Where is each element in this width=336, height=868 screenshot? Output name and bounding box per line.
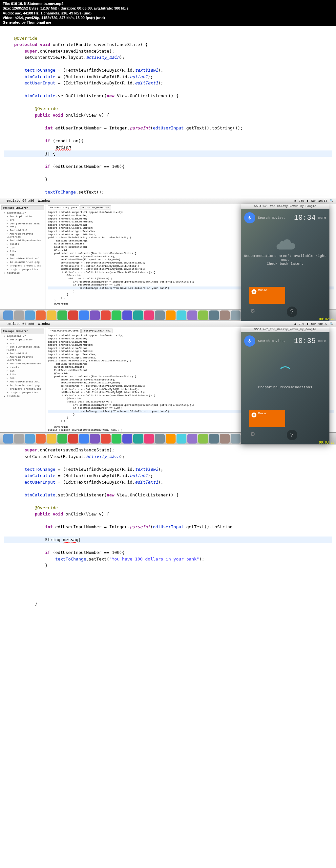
tree-item[interactable]: ▸ Android Private Libraries <box>1 355 44 362</box>
help-icon[interactable]: ? <box>287 307 297 317</box>
tab-activity-xml[interactable]: activity_main.xml <box>80 205 111 210</box>
search-icon[interactable]: 🔍 <box>330 199 333 203</box>
tree-item[interactable]: ▸ AndroidManifest.xml <box>1 380 44 383</box>
tree-item[interactable]: ▸ project.properties <box>1 268 44 271</box>
tree-item[interactable]: ▸ res <box>1 376 44 380</box>
tab-mainactivity[interactable]: *MainActivity.java <box>48 329 81 333</box>
help-icon[interactable]: ? <box>287 430 297 440</box>
tree-item[interactable]: ▸ ic_launcher-web.png <box>1 383 44 387</box>
dock-app-icon[interactable] <box>220 434 230 443</box>
dock-app-icon[interactable] <box>133 310 143 320</box>
dock-app-icon[interactable] <box>176 434 187 443</box>
dock-app-icon[interactable] <box>166 310 175 320</box>
music-card[interactable]: Music <box>249 410 285 427</box>
tree-item[interactable]: ▸ appcompat_v7 <box>1 211 44 215</box>
tree-item[interactable]: ▸ TestApplication <box>1 215 44 218</box>
tree-item[interactable]: ▸ Android Dependencies <box>1 362 44 365</box>
tree-item[interactable]: ▸ Android Dependencies <box>1 239 44 242</box>
dock-app-icon[interactable] <box>176 310 187 320</box>
dock-app-icon[interactable] <box>58 310 67 320</box>
tree-item[interactable]: ▸ Android 5.0 <box>1 228 44 232</box>
tree-item[interactable]: ▸ gen [Generated Java Files] <box>1 222 44 228</box>
tree-item[interactable]: ▸ ic_launcher-web.png <box>1 260 44 264</box>
tree-item[interactable]: ▸ proguard-project.txt <box>1 387 44 391</box>
dock-app-icon[interactable] <box>25 310 35 320</box>
music-card[interactable]: Music <box>249 287 285 304</box>
dock-app-icon[interactable] <box>209 434 219 443</box>
tab-mainactivity[interactable]: MainActivity.java <box>48 205 79 210</box>
dock-app-icon[interactable] <box>36 310 45 320</box>
wifi-icon[interactable]: ◉ <box>294 322 296 326</box>
dock-app-icon[interactable] <box>123 434 132 443</box>
dock-app-icon[interactable] <box>36 434 45 443</box>
dock-app-icon[interactable] <box>220 310 230 320</box>
wifi-icon[interactable]: ◉ <box>294 199 296 203</box>
dock-app-icon[interactable] <box>79 434 89 443</box>
tree-item[interactable]: ▸ testCalc <box>1 394 44 398</box>
dock-app-icon[interactable] <box>166 434 175 443</box>
dock-app-icon[interactable] <box>231 310 240 320</box>
tree-item[interactable]: ▸ libs <box>1 249 44 253</box>
dock-app-icon[interactable] <box>188 434 197 443</box>
dock-app-icon[interactable] <box>198 310 208 320</box>
tree-item[interactable]: ▸ proguard-project.txt <box>1 264 44 268</box>
dock-app-icon[interactable] <box>188 310 197 320</box>
dock-app-icon[interactable] <box>68 310 78 320</box>
tab-activity-xml[interactable]: activity_main.xml <box>81 329 113 333</box>
dock-app-icon[interactable] <box>209 310 219 320</box>
dock-app-icon[interactable] <box>144 434 154 443</box>
tree-item[interactable]: ▸ gen [Generated Java Files] <box>1 345 44 351</box>
search-hint[interactable]: Search movies, <box>258 216 291 220</box>
tree-item[interactable]: ▸ bin <box>1 369 44 373</box>
dock-app-icon[interactable] <box>68 434 78 443</box>
android-emulator[interactable]: 5554:AVD_for_Galaxy_Nexus_by_Google Sear… <box>241 204 330 321</box>
cursor-line-2[interactable]: String messag| <box>4 536 332 543</box>
dock-app-icon[interactable] <box>155 434 165 443</box>
dock-app-icon[interactable] <box>231 434 240 443</box>
gear-icon[interactable]: ⚙ <box>251 430 261 440</box>
dock-app-icon[interactable] <box>3 434 13 443</box>
tree-item[interactable]: ▸ src <box>1 341 44 345</box>
menu-window[interactable]: Window <box>38 322 50 326</box>
dock-app-icon[interactable] <box>58 434 67 443</box>
dock-app-icon[interactable] <box>101 434 110 443</box>
package-explorer[interactable]: Package Explorer ▸ appcompat_v7▸ TestApp… <box>0 204 46 309</box>
more-link[interactable]: more <box>318 339 326 343</box>
dock-app-icon[interactable] <box>111 310 122 320</box>
tree-item[interactable]: ▸ project.properties <box>1 391 44 394</box>
app-name[interactable]: emulator64-x86 <box>6 199 34 203</box>
tree-item[interactable]: ▸ res <box>1 253 44 256</box>
tree-item[interactable]: ▸ assets <box>1 365 44 369</box>
dock-app-icon[interactable] <box>198 434 208 443</box>
dock-app-icon[interactable] <box>3 310 13 320</box>
dock-app-icon[interactable] <box>111 434 122 443</box>
tree-item[interactable]: ▸ src <box>1 218 44 222</box>
dock-app-icon[interactable] <box>101 310 110 320</box>
dock-app-icon[interactable] <box>155 310 165 320</box>
tree-item[interactable]: ▸ AndroidManifest.xml <box>1 256 44 260</box>
dock-app-icon[interactable] <box>25 434 35 443</box>
package-explorer-2[interactable]: Package Explorer ▸ appcompat_v7▸ TestApp… <box>0 327 46 432</box>
tree-item[interactable]: ▸ bin <box>1 246 44 249</box>
dock-app-icon[interactable] <box>90 310 100 320</box>
dock-app-icon[interactable] <box>46 310 57 320</box>
android-emulator-2[interactable]: 5554:AVD_for_Galaxy_Nexus_by_Google Sear… <box>241 327 330 444</box>
mic-icon[interactable] <box>244 335 255 347</box>
app-name[interactable]: emulator64-x86 <box>6 322 34 326</box>
tree-item[interactable]: ▸ assets <box>1 242 44 246</box>
tree-item[interactable]: ▸ appcompat_v7 <box>1 334 44 338</box>
tree-item[interactable]: ▸ Android 5.0 <box>1 351 44 355</box>
mic-icon[interactable] <box>244 212 255 223</box>
menu-window[interactable]: Window <box>38 199 50 203</box>
tree-item[interactable]: ▸ Android Private Libraries <box>1 232 44 239</box>
dock-app-icon[interactable] <box>123 310 132 320</box>
dock-app-icon[interactable] <box>46 434 57 443</box>
dock-app-icon[interactable] <box>144 310 154 320</box>
more-link[interactable]: more <box>318 216 326 220</box>
dock-app-icon[interactable] <box>133 434 143 443</box>
dock-app-icon[interactable] <box>14 310 24 320</box>
search-hint[interactable]: Search movies, <box>258 339 291 343</box>
gear-icon[interactable]: ⚙ <box>251 307 261 317</box>
tree-item[interactable]: ▸ testCalc <box>1 271 44 275</box>
dock-app-icon[interactable] <box>79 310 89 320</box>
